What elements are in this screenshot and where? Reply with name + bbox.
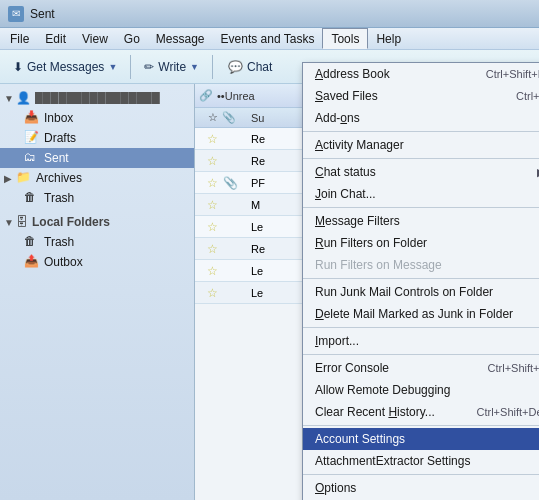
- separator-5: [303, 327, 539, 328]
- saved-files-shortcut: Ctrl+J: [516, 90, 539, 102]
- delete-junk-label: Delete Mail Marked as Junk in Folder: [315, 307, 513, 321]
- join-chat-label: Join Chat...: [315, 187, 376, 201]
- add-ons-label: Add-ons: [315, 111, 360, 125]
- menu-add-ons[interactable]: Add-ons: [303, 107, 539, 129]
- address-book-shortcut: Ctrl+Shift+B: [486, 68, 539, 80]
- menu-overlay[interactable]: Address Book Ctrl+Shift+B Saved Files Ct…: [0, 0, 539, 500]
- menu-chat-status[interactable]: Chat status ▶: [303, 161, 539, 183]
- tools-dropdown-menu: Address Book Ctrl+Shift+B Saved Files Ct…: [302, 62, 539, 500]
- separator-8: [303, 474, 539, 475]
- separator-4: [303, 278, 539, 279]
- run-filters-message-label: Run Filters on Message: [315, 258, 442, 272]
- address-book-label: Address Book: [315, 67, 390, 81]
- menu-tools[interactable]: Tools: [322, 28, 368, 49]
- menu-delete-junk[interactable]: Delete Mail Marked as Junk in Folder: [303, 303, 539, 325]
- separator-3: [303, 207, 539, 208]
- account-settings-label: Account Settings: [315, 432, 405, 446]
- clear-history-shortcut: Ctrl+Shift+Del: [477, 406, 539, 418]
- menu-run-filters-message: Run Filters on Message: [303, 254, 539, 276]
- menu-message-filters[interactable]: Message Filters: [303, 210, 539, 232]
- menu-import[interactable]: Import...: [303, 330, 539, 352]
- message-filters-label: Message Filters: [315, 214, 400, 228]
- clear-history-label: Clear Recent History...: [315, 405, 435, 419]
- attachment-extractor-label: AttachmentExtractor Settings: [315, 454, 470, 468]
- junk-controls-label: Run Junk Mail Controls on Folder: [315, 285, 493, 299]
- separator-6: [303, 354, 539, 355]
- menu-options[interactable]: Options: [303, 477, 539, 499]
- run-filters-folder-label: Run Filters on Folder: [315, 236, 427, 250]
- menu-saved-files[interactable]: Saved Files Ctrl+J: [303, 85, 539, 107]
- chat-status-label: Chat status: [315, 165, 376, 179]
- menu-attachment-extractor[interactable]: AttachmentExtractor Settings: [303, 450, 539, 472]
- menu-activity-manager[interactable]: Activity Manager: [303, 134, 539, 156]
- options-label: Options: [315, 481, 356, 495]
- menu-join-chat[interactable]: Join Chat...: [303, 183, 539, 205]
- menu-address-book[interactable]: Address Book Ctrl+Shift+B: [303, 63, 539, 85]
- menu-error-console[interactable]: Error Console Ctrl+Shift+J: [303, 357, 539, 379]
- separator-7: [303, 425, 539, 426]
- menu-remote-debugging[interactable]: Allow Remote Debugging: [303, 379, 539, 401]
- activity-manager-label: Activity Manager: [315, 138, 404, 152]
- menu-clear-history[interactable]: Clear Recent History... Ctrl+Shift+Del: [303, 401, 539, 423]
- separator-2: [303, 158, 539, 159]
- separator-1: [303, 131, 539, 132]
- import-label: Import...: [315, 334, 359, 348]
- error-console-shortcut: Ctrl+Shift+J: [488, 362, 539, 374]
- menu-account-settings[interactable]: Account Settings: [303, 428, 539, 450]
- remote-debugging-label: Allow Remote Debugging: [315, 383, 450, 397]
- menu-junk-controls[interactable]: Run Junk Mail Controls on Folder: [303, 281, 539, 303]
- menu-run-filters-folder[interactable]: Run Filters on Folder: [303, 232, 539, 254]
- saved-files-label: Saved Files: [315, 89, 378, 103]
- error-console-label: Error Console: [315, 361, 389, 375]
